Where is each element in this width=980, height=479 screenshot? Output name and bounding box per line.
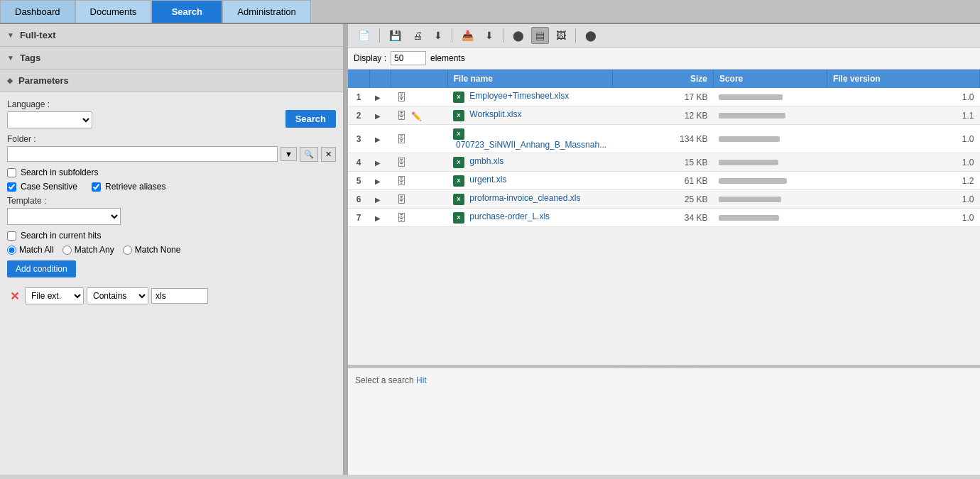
case-sensitive-checkbox[interactable] xyxy=(7,182,16,192)
subfolders-label[interactable]: Search in subfolders xyxy=(21,167,98,177)
row-name-col[interactable]: X urgent.xls xyxy=(447,172,612,190)
match-none-item[interactable]: Match None xyxy=(123,245,181,255)
play-icon[interactable]: ▶ xyxy=(375,177,381,185)
export-icon: 📥 xyxy=(462,30,474,41)
condition-field-select[interactable]: File ext. File name Title Author Date xyxy=(25,287,84,304)
row-icons-col: 🗄 xyxy=(391,209,447,227)
template-label: Template : xyxy=(7,196,336,206)
print-icon: 🖨 xyxy=(413,30,423,41)
row-score xyxy=(713,88,827,106)
row-icons-col: 🗄 xyxy=(391,172,447,190)
add-condition-button[interactable]: Add condition xyxy=(7,260,76,277)
list-view-button[interactable]: ▤ xyxy=(531,27,549,44)
download-arrow-button[interactable]: ⬇ xyxy=(430,27,447,44)
tab-search[interactable]: Search xyxy=(151,0,222,23)
match-any-item[interactable]: Match Any xyxy=(62,245,114,255)
circle-button[interactable]: ⬤ xyxy=(508,27,528,44)
table-row[interactable]: 2 ▶ 🗄 ✏️ X Worksplit.xlsx 12 KB 1.1 xyxy=(348,106,980,125)
retrieve-aliases-label[interactable]: Retrieve aliases xyxy=(105,182,165,192)
play-icon[interactable]: ▶ xyxy=(375,136,381,143)
row-num: 7 xyxy=(348,209,369,227)
table-row[interactable]: 1 ▶ 🗄 X Employee+Timesheet.xlsx 17 KB 1.… xyxy=(348,88,980,106)
row-name-col[interactable]: X purchase-order_L.xls xyxy=(447,209,612,227)
language-select[interactable] xyxy=(7,111,92,128)
template-select[interactable] xyxy=(7,208,121,225)
db-icon[interactable]: 🗄 xyxy=(396,157,406,168)
db-icon[interactable]: 🗄 xyxy=(396,175,406,187)
table-row[interactable]: 6 ▶ 🗄 X proforma-invoice_cleaned.xls 25 … xyxy=(348,190,980,209)
parameters-section-header[interactable]: ◆ Parameters xyxy=(0,70,343,92)
row-name-col[interactable]: X Employee+Timesheet.xlsx xyxy=(447,88,612,106)
folder-dropdown-btn[interactable]: ▼ xyxy=(281,147,297,161)
col-score: Score xyxy=(713,70,827,88)
row-score xyxy=(713,190,827,209)
row-name-col[interactable]: X proforma-invoice_cleaned.xls xyxy=(447,190,612,209)
play-icon[interactable]: ▶ xyxy=(375,214,381,222)
match-any-radio[interactable] xyxy=(62,246,72,255)
toolbar-sep-4 xyxy=(575,28,576,43)
condition-operator-select[interactable]: Contains Equals Starts with Ends with xyxy=(87,287,148,304)
match-all-item[interactable]: Match All xyxy=(7,245,54,255)
search-button[interactable]: Search xyxy=(285,110,336,128)
match-all-radio[interactable] xyxy=(7,246,16,255)
new-doc-button[interactable]: 📄 xyxy=(354,27,374,44)
save-button[interactable]: 💾 xyxy=(385,27,405,44)
table-row[interactable]: 3 ▶ 🗄 X 070723_SiNWII_Anhang_B_Massnah..… xyxy=(348,125,980,153)
display-count-input[interactable] xyxy=(391,51,426,65)
circle-icon: ⬤ xyxy=(513,30,524,41)
tags-section-header[interactable]: ▼ Tags xyxy=(0,47,343,70)
match-all-label[interactable]: Match All xyxy=(19,245,54,255)
score-bar xyxy=(719,94,783,100)
db-icon[interactable]: 🗄 xyxy=(396,133,406,145)
match-any-label[interactable]: Match Any xyxy=(75,245,114,255)
play-icon[interactable]: ▶ xyxy=(375,196,381,204)
row-name-col[interactable]: X 070723_SiNWII_Anhang_B_Massnah... xyxy=(447,125,612,153)
row-play-col: ▶ xyxy=(369,88,391,106)
retrieve-aliases-checkbox[interactable] xyxy=(92,182,101,192)
file-table-body: 1 ▶ 🗄 X Employee+Timesheet.xlsx 17 KB 1.… xyxy=(348,88,980,227)
row-name-col[interactable]: X Worksplit.xlsx xyxy=(447,106,612,125)
db-icon[interactable]: 🗄 xyxy=(396,212,406,224)
image-view-button[interactable]: 🖼 xyxy=(552,27,570,44)
current-hits-label[interactable]: Search in current hits xyxy=(21,231,101,241)
condition-remove-button[interactable]: ✕ xyxy=(7,290,22,303)
db-icon[interactable]: 🗄 xyxy=(396,194,406,205)
folder-clear-btn[interactable]: ✕ xyxy=(321,147,336,162)
row-icons-col: 🗄 xyxy=(391,190,447,209)
row-version: 1.2 xyxy=(827,172,979,190)
file-name: gmbh.xls xyxy=(469,156,503,166)
file-name: Employee+Timesheet.xlsx xyxy=(469,91,569,101)
folder-row: Folder : ▼ 🔍 ✕ xyxy=(7,134,336,162)
db-icon[interactable]: 🗄 xyxy=(396,110,406,121)
circle2-button[interactable]: ⬤ xyxy=(581,27,601,44)
export-button[interactable]: 📥 xyxy=(457,27,478,44)
tab-dashboard[interactable]: Dashboard xyxy=(0,0,75,23)
table-row[interactable]: 4 ▶ 🗄 X gmbh.xls 15 KB 1.0 xyxy=(348,153,980,172)
match-none-label[interactable]: Match None xyxy=(135,245,181,255)
fulltext-section-header[interactable]: ▼ Full-text xyxy=(0,24,343,47)
subfolders-checkbox[interactable] xyxy=(7,168,16,177)
row-name-col[interactable]: X gmbh.xls xyxy=(447,153,612,172)
tab-documents[interactable]: Documents xyxy=(75,0,152,23)
table-row[interactable]: 7 ▶ 🗄 X purchase-order_L.xls 34 KB 1.0 xyxy=(348,209,980,227)
print-button[interactable]: 🖨 xyxy=(408,27,427,44)
table-row[interactable]: 5 ▶ 🗄 X urgent.xls 61 KB 1.2 xyxy=(348,172,980,190)
bottom-panel: Select a search Hit xyxy=(348,368,980,475)
file-table: File name Size Score File version 1 ▶ 🗄 … xyxy=(348,70,980,227)
match-none-radio[interactable] xyxy=(123,246,132,255)
play-icon[interactable]: ▶ xyxy=(375,159,381,167)
download2-button[interactable]: ⬇ xyxy=(481,27,498,44)
condition-value-input[interactable] xyxy=(151,288,208,304)
folder-search-btn[interactable]: 🔍 xyxy=(300,147,318,162)
play-icon[interactable]: ▶ xyxy=(375,94,381,101)
xls-file-icon: X xyxy=(453,157,464,168)
options-row: Case Sensitive Retrieve aliases xyxy=(7,182,336,196)
folder-input[interactable] xyxy=(7,146,278,162)
db-icon[interactable]: 🗄 xyxy=(396,92,406,103)
play-icon[interactable]: ▶ xyxy=(375,112,381,120)
edit-icon[interactable]: ✏️ xyxy=(411,111,422,121)
tab-administration[interactable]: Administration xyxy=(222,0,310,23)
row-version: 1.0 xyxy=(827,125,979,153)
current-hits-checkbox[interactable] xyxy=(7,231,16,241)
case-sensitive-label[interactable]: Case Sensitive xyxy=(21,182,77,192)
